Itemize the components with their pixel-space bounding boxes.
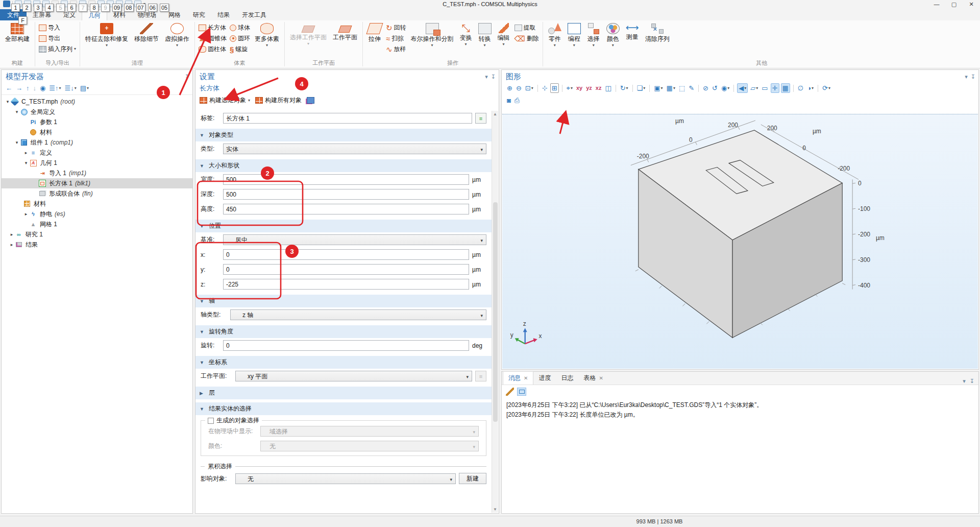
y-input[interactable]: 0 (223, 264, 469, 275)
pin-icon[interactable]: ↧ (491, 74, 496, 80)
sweep-button[interactable]: ≈扫掠 (385, 34, 407, 43)
tree-node-global-materials[interactable]: 材料 (2, 127, 192, 137)
loft-button[interactable]: ∿放样 (385, 44, 407, 54)
extract-button[interactable]: 提取 (513, 23, 540, 32)
extrude-button[interactable]: 拉伸 (365, 22, 384, 44)
wireframe-icon[interactable]: ▭ (761, 84, 769, 92)
tree-node-study[interactable]: ▸∞ 研究 1 (2, 229, 192, 239)
axis-orientation-toggle-icon[interactable]: ✛ (771, 83, 779, 93)
scroll-down-icon[interactable]: ▼ (493, 507, 497, 512)
programming-button[interactable]: 编程▾ (565, 22, 583, 48)
block-button[interactable]: 长方体 (198, 23, 228, 32)
tab-progress[interactable]: 进度 (533, 372, 556, 385)
cone-button[interactable]: 圆锥体 (198, 34, 228, 43)
height-input[interactable]: 450 (223, 204, 469, 214)
chevron-down-icon[interactable]: ▾ (963, 378, 966, 385)
cylinder-button[interactable]: 圆柱体 (198, 44, 228, 54)
virtual-ops-button[interactable]: 虚拟操作▾ (162, 22, 192, 48)
pin-icon[interactable]: ↧ (971, 74, 975, 80)
section-axis[interactable]: ▼ 轴 (195, 295, 492, 307)
select-box-icon[interactable]: ⬚ (678, 84, 686, 92)
tree-node-definitions[interactable]: ▸≡ 定义 (2, 148, 192, 158)
tree-node-global-definitions[interactable]: ▾ 全局定义 (2, 107, 192, 117)
workplane-button[interactable]: 工作平面 (330, 22, 360, 43)
type-select[interactable]: 实体 (223, 143, 486, 154)
remove-color-icon[interactable]: ∅ (797, 84, 804, 92)
section-layers[interactable]: ▶ 层 (195, 387, 492, 399)
view-xz-icon[interactable]: xz (595, 84, 603, 92)
color-button[interactable]: 颜色▾ (604, 22, 622, 48)
tab-results[interactable]: 结果 (211, 9, 236, 20)
section-size-shape[interactable]: ▼ 大小和形状 (195, 159, 492, 172)
tab-study[interactable]: 研究 (187, 9, 211, 20)
visibility-icon[interactable]: ◉▾ (720, 84, 730, 92)
rename-toggle-icon[interactable]: ≡ (475, 113, 486, 124)
tab-messages[interactable]: 消息✕ (503, 371, 533, 385)
build-selected-button[interactable]: 构建选定对象 ▾ (200, 96, 250, 105)
section-coordinate-system[interactable]: ▼ 坐标系 (195, 356, 492, 369)
base-select[interactable]: 居中 (223, 234, 486, 245)
measure-button[interactable]: ⟷ 测量 (623, 22, 642, 42)
transforms-button[interactable]: ⤡ 变换▾ (457, 22, 475, 47)
refresh-icon[interactable]: ⟳▾ (821, 84, 831, 92)
close-icon[interactable]: ✕ (524, 375, 528, 381)
zoom-extents-icon[interactable]: ⊞ (550, 83, 559, 93)
build-preceding-icon[interactable] (307, 97, 314, 104)
width-input[interactable]: 500 (223, 174, 469, 185)
move-down-icon[interactable]: ↓ (33, 84, 37, 92)
move-up-icon[interactable]: ↑ (26, 84, 30, 92)
tree-node-parameters[interactable]: Pi 参数 1 (2, 117, 192, 127)
zoom-out-icon[interactable]: ⊖ (515, 84, 523, 92)
resulting-objects-checkbox[interactable] (208, 418, 214, 424)
reset-hiding-icon[interactable]: ↺ (711, 84, 719, 92)
depth-input[interactable]: 500 (223, 189, 469, 200)
tree-node-component[interactable]: ▾ 组件 1(comp1) (2, 137, 192, 148)
view-xy-icon[interactable]: xy (575, 84, 583, 92)
perspective-icon[interactable]: ◫ (604, 84, 612, 92)
tab-developer[interactable]: 开发工具 (236, 9, 273, 20)
sphere-button[interactable]: 球体 (229, 23, 251, 32)
torus-button[interactable]: 圆环 (229, 34, 251, 43)
new-cumulative-button[interactable]: 新建 (459, 473, 486, 484)
hide-objects-icon[interactable]: ⊘ (702, 84, 709, 92)
chevron-down-icon[interactable]: ▾ (485, 74, 488, 80)
lasso-select-icon[interactable]: ✎ (688, 84, 695, 92)
contribute-to-select[interactable]: 无 (235, 473, 456, 484)
graphics-canvas[interactable]: µm 200 0 -200 200 µm 0 -200 (502, 114, 978, 369)
rotate-view-icon[interactable]: ↻▾ (619, 84, 629, 92)
conversions-button[interactable]: 转换▾ (476, 22, 494, 48)
remove-details-button[interactable]: 移除细节 (132, 22, 161, 44)
parts-button[interactable]: 零件▾ (546, 22, 564, 48)
section-position[interactable]: ▼ 位置 (195, 220, 492, 232)
clear-messages-icon[interactable] (506, 388, 514, 396)
booleans-button[interactable]: 布尔操作和分割▾ (408, 22, 456, 48)
zoom-box-icon[interactable]: ⊡▾ (524, 84, 534, 92)
forward-icon[interactable]: → (16, 84, 22, 92)
x-input[interactable]: 0 (223, 249, 469, 260)
helix-button[interactable]: §螺旋 (229, 44, 251, 54)
build-all-button[interactable]: 全部构建 (3, 22, 32, 44)
tree-node-block-selected[interactable]: 长方体 1(blk1) (2, 178, 192, 188)
transparency-icon[interactable]: ▱▾ (749, 84, 759, 92)
snapshot-camera-icon[interactable]: ◙ (506, 96, 512, 105)
go-to-view-icon[interactable]: ⌖▾ (566, 84, 574, 92)
clear-sequence-button[interactable]: ✕ 清除序列 (643, 22, 672, 44)
pin-icon[interactable]: ↧ (185, 74, 189, 80)
scroll-up-icon[interactable]: ▲ (493, 112, 497, 116)
settings-scrollbar[interactable]: ▲ ▼ (492, 111, 498, 513)
view-yz-icon[interactable]: yz (585, 84, 593, 92)
chevron-down-icon[interactable]: ▾ (965, 74, 968, 80)
back-icon[interactable]: ← (6, 84, 12, 92)
close-button[interactable]: ✕ (963, 0, 980, 9)
model-tree-view-icon[interactable]: ▤▾ (80, 84, 89, 92)
animation-icon[interactable]: ▦▾ (666, 84, 676, 92)
section-result-entities[interactable]: ▼ 结果实体的选择 (195, 402, 492, 415)
selections-button[interactable]: 选择▾ (584, 22, 603, 48)
collapse-all-icon[interactable]: ☰↑▾ (49, 84, 61, 92)
tree-node-electrostatics[interactable]: ▸ϟ 静电(es) (2, 209, 192, 219)
print-icon[interactable]: ⎙ (513, 96, 521, 105)
tree-node-geometry[interactable]: ▾A 几何 1 (2, 158, 192, 168)
label-input[interactable]: 长方体 1 (223, 113, 472, 124)
tree-node-materials[interactable]: 材料 (2, 199, 192, 209)
lighting-toggle-icon[interactable]: ◀▾ (737, 83, 748, 93)
